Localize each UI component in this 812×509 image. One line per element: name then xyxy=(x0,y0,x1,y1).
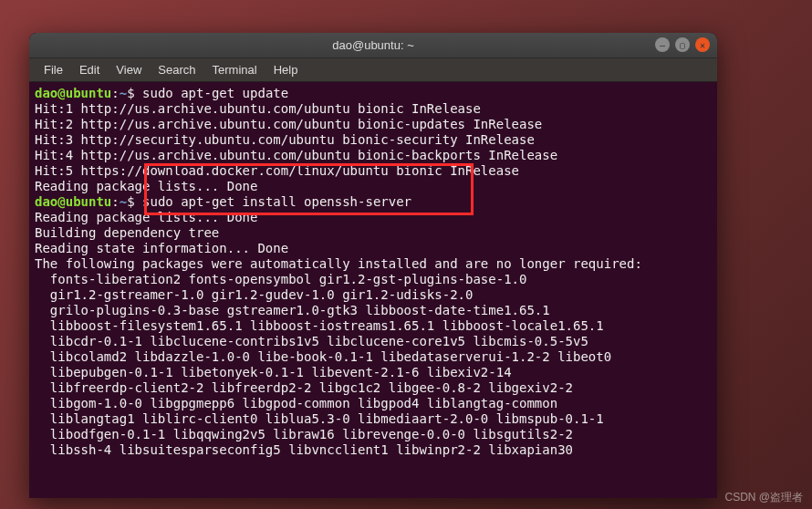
titlebar[interactable]: dao@ubuntu: ~ — ▢ ✕ xyxy=(29,33,717,58)
terminal-line: libboost-filesystem1.65.1 libboost-iostr… xyxy=(35,318,712,334)
terminal-window: dao@ubuntu: ~ — ▢ ✕ File Edit View Searc… xyxy=(29,33,717,498)
terminal-line: Hit:3 http://security.ubuntu.com/ubuntu … xyxy=(35,132,712,148)
terminal-line: Hit:1 http://us.archive.ubuntu.com/ubunt… xyxy=(35,101,712,117)
terminal-line: fonts-liberation2 fonts-opensymbol gir1.… xyxy=(35,272,712,287)
terminal-line: liblangtag1 liblirc-client0 liblua5.3-0 … xyxy=(35,411,712,427)
terminal-line: Reading state information... Done xyxy=(35,241,712,256)
menu-terminal[interactable]: Terminal xyxy=(205,60,265,79)
terminal-line: Hit:2 http://us.archive.ubuntu.com/ubunt… xyxy=(35,117,712,132)
menu-file[interactable]: File xyxy=(36,60,70,79)
menu-edit[interactable]: Edit xyxy=(72,60,107,79)
terminal-prompt-line: dao@ubuntu:~$ sudo apt-get update xyxy=(35,86,712,101)
watermark: CSDN @盗理者 xyxy=(724,490,803,505)
terminal-line: Hit:4 http://us.archive.ubuntu.com/ubunt… xyxy=(35,148,712,163)
terminal-line: The following packages were automaticall… xyxy=(35,256,712,272)
menu-view[interactable]: View xyxy=(109,60,149,79)
terminal-line: libepubgen-0.1-1 libetonyek-0.1-1 libeve… xyxy=(35,365,712,380)
menu-search[interactable]: Search xyxy=(151,60,203,79)
terminal-line: libcdr-0.1-1 libclucene-contribs1v5 libc… xyxy=(35,334,712,349)
terminal-line: gir1.2-gstreamer-1.0 gir1.2-gudev-1.0 gi… xyxy=(35,287,712,303)
terminal-line: libssh-4 libsuitesparseconfig5 libvnccli… xyxy=(35,442,712,458)
maximize-button[interactable]: ▢ xyxy=(675,37,690,52)
window-title: dao@ubuntu: ~ xyxy=(332,38,413,52)
terminal-body[interactable]: dao@ubuntu:~$ sudo apt-get updateHit:1 h… xyxy=(29,82,717,498)
close-button[interactable]: ✕ xyxy=(695,37,710,52)
menubar: File Edit View Search Terminal Help xyxy=(29,58,717,82)
terminal-prompt-line: dao@ubuntu:~$ sudo apt-get install opens… xyxy=(35,194,712,210)
terminal-line: Reading package lists... Done xyxy=(35,210,712,225)
terminal-line: Building dependency tree xyxy=(35,225,712,241)
window-controls: — ▢ ✕ xyxy=(655,37,710,52)
menu-help[interactable]: Help xyxy=(266,60,306,79)
terminal-line: libcolamd2 libdazzle-1.0-0 libe-book-0.1… xyxy=(35,349,712,365)
terminal-line: libfreerdp-client2-2 libfreerdp2-2 libgc… xyxy=(35,380,712,396)
minimize-button[interactable]: — xyxy=(655,37,670,52)
terminal-line: Hit:5 https://download.docker.com/linux/… xyxy=(35,163,712,179)
terminal-line: libodfgen-0.1-1 libqqwing2v5 libraw16 li… xyxy=(35,427,712,442)
terminal-line: Reading package lists... Done xyxy=(35,179,712,194)
terminal-line: grilo-plugins-0.3-base gstreamer1.0-gtk3… xyxy=(35,303,712,318)
terminal-line: libgom-1.0-0 libgpgmepp6 libgpod-common … xyxy=(35,396,712,411)
